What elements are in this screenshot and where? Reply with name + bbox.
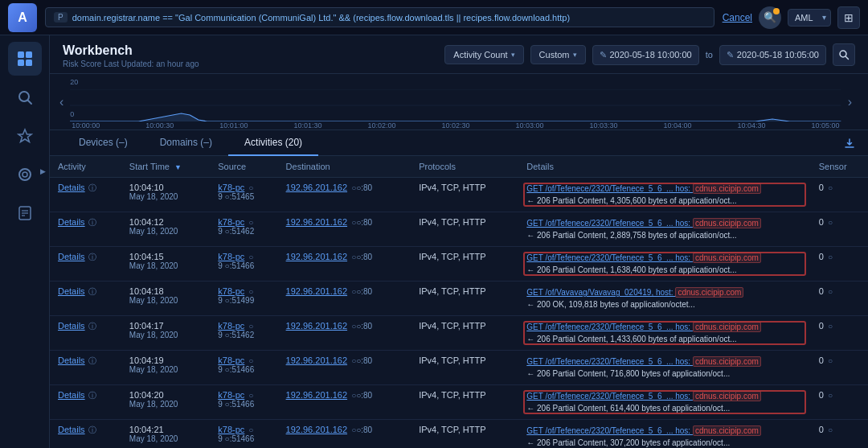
- source-hostname[interactable]: k78-pc: [218, 321, 244, 331]
- search-button[interactable]: 🔍: [759, 6, 781, 29]
- detail-line1: GET /of/Tefenece/2320/Tefenece_5_6_... h…: [526, 390, 802, 402]
- details-link[interactable]: Details: [58, 356, 85, 365]
- source-hostname[interactable]: k78-pc: [218, 425, 244, 434]
- col-details: Details: [518, 156, 810, 178]
- dest-ip[interactable]: 192.96.201.162: [286, 183, 347, 192]
- custom-caret: ▾: [573, 51, 577, 59]
- info-icon[interactable]: ⓘ: [87, 218, 97, 227]
- tab-devices[interactable]: Devices (–): [63, 130, 144, 156]
- info-icon[interactable]: ⓘ: [87, 287, 97, 296]
- info-icon[interactable]: ⓘ: [87, 322, 97, 331]
- info-icon[interactable]: ⓘ: [87, 391, 97, 400]
- info-icon[interactable]: ⓘ: [87, 356, 97, 365]
- cell-sensor: 0 ○: [811, 282, 868, 316]
- sidebar-item-alerts[interactable]: [8, 119, 42, 153]
- sidebar-item-hunt[interactable]: [8, 158, 42, 191]
- source-info-icon[interactable]: ○: [248, 356, 253, 365]
- details-link[interactable]: Details: [58, 217, 85, 227]
- source-info-icon[interactable]: ○: [248, 391, 253, 400]
- details-link[interactable]: Details: [58, 390, 85, 400]
- dest-ip[interactable]: 192.96.201.162: [286, 390, 347, 400]
- detail-url[interactable]: GET /of/Tefenece/2320/Tefenece_5_6_... h…: [526, 392, 693, 401]
- source-hostname[interactable]: k78-pc: [218, 286, 244, 296]
- detail-host[interactable]: cdnus.cicipip.com: [693, 322, 761, 332]
- details-link[interactable]: Details: [58, 321, 85, 331]
- table-row: Details ⓘ10:04:12May 18, 2020k78-pc ○9 ○…: [50, 212, 868, 247]
- detail-url[interactable]: GET /of/Tefenece/2320/Tefenece_5_6_... h…: [526, 253, 693, 262]
- info-icon[interactable]: ⓘ: [87, 183, 97, 192]
- cancel-button[interactable]: Cancel: [723, 12, 752, 23]
- detail-url[interactable]: GET /of/Tefenece/2320/Tefenece_5_6_... h…: [526, 426, 693, 435]
- svg-rect-0: [18, 51, 24, 58]
- source-hostname[interactable]: k78-pc: [218, 390, 244, 400]
- custom-range-button[interactable]: Custom ▾: [530, 45, 586, 64]
- tab-activities[interactable]: Activities (20): [228, 130, 318, 156]
- info-icon[interactable]: ⓘ: [87, 425, 97, 434]
- detail-host[interactable]: cdnus.cicipip.com: [693, 218, 761, 228]
- chart-svg: [70, 89, 841, 121]
- dest-ip[interactable]: 192.96.201.162: [286, 252, 347, 261]
- sidebar-expand-icon[interactable]: ▶: [40, 167, 46, 175]
- sensor-info-icon[interactable]: ○: [828, 425, 833, 434]
- detail-host[interactable]: cdnus.cicipip.com: [693, 425, 761, 436]
- detail-host[interactable]: cdnus.cicipip.com: [675, 287, 743, 298]
- source-info-icon[interactable]: ○: [248, 287, 253, 296]
- detail-url[interactable]: GET /of/Tefenece/2320/Tefenece_5_6_... h…: [526, 357, 693, 366]
- date-to-button[interactable]: ✎ 2020-05-18 10:05:00: [719, 45, 826, 65]
- source-info-icon[interactable]: ○: [248, 425, 253, 434]
- detail-host[interactable]: cdnus.cicipip.com: [693, 183, 761, 194]
- dest-ip[interactable]: 192.96.201.162: [286, 321, 347, 331]
- sensor-info-icon[interactable]: ○: [828, 183, 833, 192]
- sensor-info-icon[interactable]: ○: [828, 356, 833, 365]
- date-from-button[interactable]: ✎ 2020-05-18 10:00:00: [592, 45, 699, 65]
- sensor-info-icon[interactable]: ○: [828, 287, 833, 296]
- download-button[interactable]: [844, 130, 855, 155]
- sensor-info-icon[interactable]: ○: [828, 253, 833, 261]
- detail-host[interactable]: cdnus.cicipip.com: [693, 391, 761, 401]
- activity-count-button[interactable]: Activity Count ▾: [444, 45, 523, 64]
- detail-url[interactable]: GET /of/Tefenece/2320/Tefenece_5_6_... h…: [526, 323, 693, 331]
- cell-activity: Details ⓘ: [50, 316, 121, 351]
- dest-ip[interactable]: 192.96.201.162: [286, 217, 347, 227]
- cell-sensor: 0 ○: [811, 316, 868, 351]
- query-bar[interactable]: P domain.registrar.name == "Gal Communic…: [45, 7, 714, 27]
- dest-ip[interactable]: 192.96.201.162: [286, 356, 347, 365]
- dest-ip[interactable]: 192.96.201.162: [286, 425, 347, 434]
- sidebar-item-search[interactable]: [8, 80, 42, 114]
- detail-url[interactable]: GET /of/Tefenece/2320/Tefenece_5_6_... h…: [526, 184, 693, 193]
- source-info-icon[interactable]: ○: [248, 253, 253, 261]
- wb-search-button[interactable]: [833, 43, 855, 66]
- details-link[interactable]: Details: [58, 286, 85, 296]
- source-hostname[interactable]: k78-pc: [218, 356, 244, 365]
- sensor-info-icon[interactable]: ○: [828, 322, 833, 331]
- tab-domains[interactable]: Domains (–): [144, 130, 228, 156]
- sensor-info-icon[interactable]: ○: [828, 391, 833, 400]
- info-icon[interactable]: ⓘ: [87, 253, 97, 261]
- dest-ip[interactable]: 192.96.201.162: [286, 286, 347, 296]
- source-hostname[interactable]: k78-pc: [218, 252, 244, 261]
- sensor-info-icon[interactable]: ○: [828, 218, 833, 227]
- detail-url[interactable]: GET /of/Vavavag/Vavavag_020419, host:: [526, 288, 675, 297]
- sensor-value: 0: [819, 390, 824, 400]
- source-info-icon[interactable]: ○: [248, 183, 253, 192]
- source-hostname[interactable]: k78-pc: [218, 217, 244, 227]
- details-link[interactable]: Details: [58, 252, 85, 261]
- time-value: 10:04:20: [129, 390, 202, 400]
- detail-url[interactable]: GET /of/Tefenece/2320/Tefenece_5_6_... h…: [526, 219, 693, 228]
- aml-select[interactable]: AML EDR NDR: [788, 9, 831, 27]
- source-info-icon[interactable]: ○: [248, 322, 253, 331]
- chart-prev-button[interactable]: ‹: [56, 92, 67, 113]
- source-info-icon[interactable]: ○: [248, 218, 253, 227]
- details-link[interactable]: Details: [58, 425, 85, 434]
- date-value: May 18, 2020: [129, 331, 202, 339]
- chart-next-button[interactable]: ›: [845, 92, 855, 113]
- grid-icon-button[interactable]: ⊞: [837, 6, 860, 29]
- cell-sensor: 0 ○: [811, 212, 868, 247]
- details-link[interactable]: Details: [58, 183, 85, 192]
- detail-host[interactable]: cdnus.cicipip.com: [693, 356, 761, 367]
- source-hostname[interactable]: k78-pc: [218, 183, 244, 192]
- detail-host[interactable]: cdnus.cicipip.com: [693, 253, 761, 263]
- aml-select-wrap[interactable]: AML EDR NDR: [788, 9, 831, 27]
- sidebar-item-reports[interactable]: [8, 196, 42, 230]
- sidebar-item-workbench[interactable]: [8, 42, 42, 76]
